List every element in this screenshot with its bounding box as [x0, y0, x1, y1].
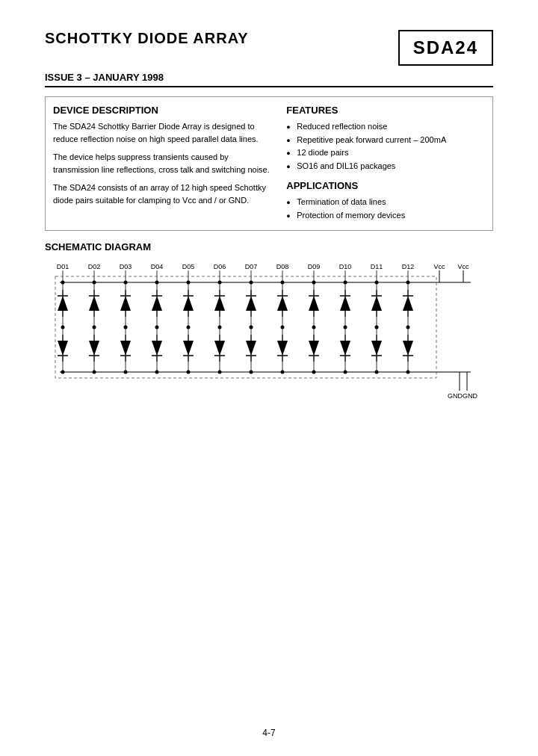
svg-point-47 [312, 325, 316, 329]
device-description-para1: The SDA24 Schottky Barrier Diode Array i… [53, 120, 271, 145]
svg-point-68 [124, 370, 128, 374]
part-number-box: SDA24 [398, 30, 493, 66]
diode-icon [152, 335, 162, 362]
diode-icon [340, 290, 350, 317]
diode-icon [246, 290, 256, 317]
svg-text:D04: D04 [151, 263, 164, 270]
features-applications-col: FEATURES Reduced reflection noise Repeti… [286, 105, 485, 223]
svg-text:GND: GND [463, 392, 478, 400]
svg-point-72 [250, 370, 253, 374]
svg-point-73 [281, 370, 285, 374]
issue-line: ISSUE 3 – JANUARY 1998 [45, 72, 493, 87]
svg-point-66 [61, 370, 65, 374]
diode-icon [58, 290, 68, 317]
schematic-diagram: D01 D02 D03 D04 D05 D06 D07 D08 D09 D10 … [45, 260, 493, 424]
svg-point-62 [312, 280, 316, 284]
diode-icon [89, 290, 99, 317]
feature-item: Reduced reflection noise [286, 120, 485, 134]
diode-icon [214, 335, 225, 362]
svg-point-61 [281, 280, 285, 284]
svg-text:D03: D03 [120, 263, 132, 270]
svg-point-31 [61, 325, 65, 329]
svg-point-63 [344, 280, 347, 284]
diode-icon [403, 335, 413, 362]
svg-text:D06: D06 [214, 263, 226, 270]
features-title: FEATURES [286, 105, 485, 116]
diode-icon [89, 335, 99, 362]
page: SCHOTTKY DIODE ARRAY SDA24 ISSUE 3 – JAN… [0, 0, 538, 756]
device-description-col: DEVICE DESCRIPTION The SDA24 Schottky Ba… [53, 105, 271, 223]
diode-icon [58, 335, 68, 362]
svg-text:D02: D02 [88, 263, 101, 270]
svg-point-65 [406, 280, 410, 284]
svg-point-75 [344, 370, 347, 374]
diode-icon [214, 290, 225, 317]
device-description-para2: The device helps suppress transients cau… [53, 151, 271, 176]
feature-item: Repetitive peak forward current – 200mA [286, 134, 485, 147]
svg-point-71 [218, 370, 222, 374]
diode-icon [152, 290, 162, 317]
svg-point-33 [93, 325, 96, 329]
svg-text:Vcc: Vcc [433, 263, 445, 270]
svg-text:D07: D07 [245, 263, 258, 270]
svg-point-35 [124, 325, 128, 329]
svg-point-77 [406, 370, 410, 374]
description-features-section: DEVICE DESCRIPTION The SDA24 Schottky Ba… [45, 96, 493, 231]
svg-point-57 [155, 280, 159, 284]
page-header: SCHOTTKY DIODE ARRAY SDA24 [45, 30, 493, 66]
diode-icon [309, 335, 319, 362]
svg-text:Vcc: Vcc [457, 263, 469, 270]
svg-text:D01: D01 [57, 263, 69, 270]
svg-point-37 [155, 325, 159, 329]
page-number: 4-7 [262, 728, 275, 738]
device-description-title: DEVICE DESCRIPTION [53, 105, 271, 116]
applications-list: Termination of data lines Protection of … [286, 196, 485, 222]
svg-text:D11: D11 [371, 263, 383, 270]
svg-point-74 [312, 370, 316, 374]
svg-point-54 [61, 280, 65, 284]
svg-point-64 [375, 280, 379, 284]
svg-point-55 [93, 280, 96, 284]
diode-icon [246, 335, 256, 362]
svg-point-69 [155, 370, 159, 374]
svg-text:D12: D12 [402, 263, 415, 270]
svg-text:GND: GND [448, 392, 463, 400]
svg-point-59 [218, 280, 222, 284]
diode-icon [277, 290, 288, 317]
application-item: Protection of memory devices [286, 209, 485, 223]
svg-point-49 [344, 325, 347, 329]
svg-point-51 [375, 325, 379, 329]
device-description-para3: The SDA24 consists of an array of 12 hig… [53, 182, 271, 206]
svg-point-67 [93, 370, 96, 374]
svg-point-76 [375, 370, 379, 374]
application-item: Termination of data lines [286, 196, 485, 209]
diode-icon [309, 290, 319, 317]
svg-point-60 [250, 280, 253, 284]
svg-point-39 [187, 325, 191, 329]
applications-title: APPLICATIONS [286, 180, 485, 191]
diode-icon [120, 335, 131, 362]
svg-text:D08: D08 [276, 263, 289, 270]
diode-icon [340, 335, 350, 362]
main-title: SCHOTTKY DIODE ARRAY [45, 30, 249, 47]
schematic-section: SCHEMATIC DIAGRAM D01 D02 D03 D04 D05 D0… [45, 241, 493, 424]
diode-icon [371, 335, 382, 362]
svg-point-56 [124, 280, 128, 284]
schematic-svg: D01 D02 D03 D04 D05 D06 D07 D08 D09 D10 … [52, 260, 486, 424]
diode-icon [183, 290, 194, 317]
diode-icon [183, 335, 194, 362]
feature-item: 12 diode pairs [286, 146, 485, 160]
features-list: Reduced reflection noise Repetitive peak… [286, 120, 485, 173]
svg-text:D10: D10 [339, 263, 352, 270]
svg-point-70 [187, 370, 191, 374]
svg-text:D05: D05 [182, 263, 195, 270]
svg-text:D09: D09 [308, 263, 321, 270]
diode-icon [403, 290, 413, 317]
svg-point-53 [406, 325, 410, 329]
diode-icon [371, 290, 382, 317]
schematic-title: SCHEMATIC DIAGRAM [45, 241, 493, 252]
svg-rect-78 [55, 276, 436, 378]
svg-point-41 [218, 325, 222, 329]
diode-icon [120, 290, 131, 317]
feature-item: SO16 and DIL16 packages [286, 160, 485, 173]
